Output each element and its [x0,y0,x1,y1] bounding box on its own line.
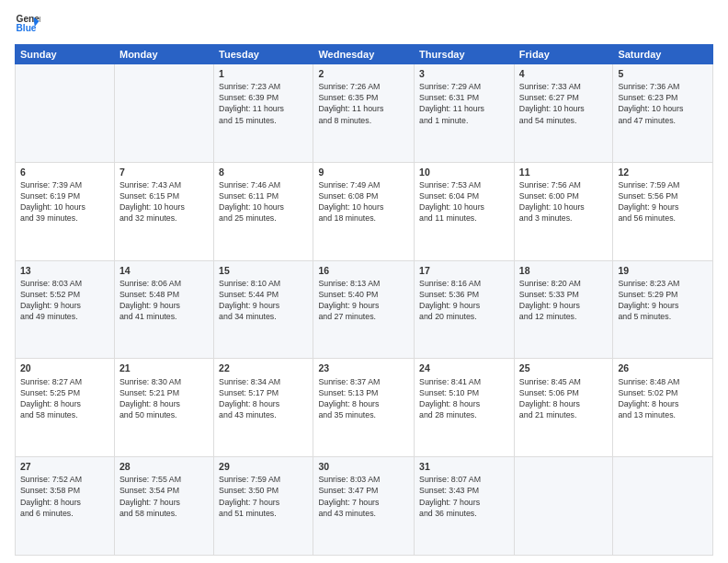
calendar-cell: 18Sunrise: 8:20 AM Sunset: 5:33 PM Dayli… [514,260,613,359]
calendar-cell: 31Sunrise: 8:07 AM Sunset: 3:43 PM Dayli… [415,457,515,556]
calendar-cell: 16Sunrise: 8:13 AM Sunset: 5:40 PM Dayli… [313,260,415,359]
calendar-cell: 10Sunrise: 7:53 AM Sunset: 6:04 PM Dayli… [415,162,515,260]
calendar-cell: 3Sunrise: 7:29 AM Sunset: 6:31 PM Daylig… [415,64,515,163]
weekday-header-friday: Friday [514,45,613,64]
day-number: 30 [318,460,409,473]
day-number: 29 [219,460,308,473]
day-number: 22 [219,362,308,374]
calendar-cell: 7Sunrise: 7:43 AM Sunset: 6:15 PM Daylig… [114,162,213,260]
day-number: 11 [519,166,609,178]
logo: General Blue [15,11,40,37]
calendar-week-4: 20Sunrise: 8:27 AM Sunset: 5:25 PM Dayli… [16,359,713,457]
day-number: 4 [519,67,609,80]
day-info: Sunrise: 8:06 AM Sunset: 5:48 PM Dayligh… [119,278,209,323]
calendar-cell: 30Sunrise: 8:03 AM Sunset: 3:47 PM Dayli… [313,457,415,556]
day-info: Sunrise: 8:10 AM Sunset: 5:44 PM Dayligh… [219,278,308,323]
calendar-cell: 17Sunrise: 8:16 AM Sunset: 5:36 PM Dayli… [415,260,515,359]
weekday-header-saturday: Saturday [613,45,713,64]
day-info: Sunrise: 7:43 AM Sunset: 6:15 PM Dayligh… [119,179,209,224]
day-info: Sunrise: 7:46 AM Sunset: 6:11 PM Dayligh… [219,179,308,224]
calendar-cell: 6Sunrise: 7:39 AM Sunset: 6:19 PM Daylig… [16,162,115,260]
day-number: 6 [20,166,109,178]
calendar-cell [114,64,213,163]
day-number: 9 [318,166,409,178]
calendar-cell [514,457,613,556]
day-number: 14 [119,264,209,277]
day-number: 7 [119,166,209,178]
day-number: 20 [20,362,109,374]
day-info: Sunrise: 8:03 AM Sunset: 5:52 PM Dayligh… [20,278,109,323]
day-info: Sunrise: 8:41 AM Sunset: 5:10 PM Dayligh… [419,376,509,421]
day-info: Sunrise: 8:23 AM Sunset: 5:29 PM Dayligh… [618,278,708,323]
calendar-cell: 13Sunrise: 8:03 AM Sunset: 5:52 PM Dayli… [16,260,115,359]
day-info: Sunrise: 8:45 AM Sunset: 5:06 PM Dayligh… [519,376,609,421]
day-number: 18 [519,264,609,277]
calendar-cell: 9Sunrise: 7:49 AM Sunset: 6:08 PM Daylig… [313,162,415,260]
page-header: General Blue [15,11,713,37]
calendar-cell: 29Sunrise: 7:59 AM Sunset: 3:50 PM Dayli… [214,457,313,556]
calendar-cell: 1Sunrise: 7:23 AM Sunset: 6:39 PM Daylig… [214,64,313,163]
day-number: 8 [219,166,308,178]
weekday-header-thursday: Thursday [415,45,515,64]
calendar-week-1: 1Sunrise: 7:23 AM Sunset: 6:39 PM Daylig… [16,64,713,163]
day-number: 10 [419,166,509,178]
day-number: 19 [618,264,708,277]
calendar-table: SundayMondayTuesdayWednesdayThursdayFrid… [15,44,713,556]
calendar-cell: 28Sunrise: 7:55 AM Sunset: 3:54 PM Dayli… [114,457,213,556]
day-info: Sunrise: 8:27 AM Sunset: 5:25 PM Dayligh… [20,376,109,421]
calendar-cell: 24Sunrise: 8:41 AM Sunset: 5:10 PM Dayli… [415,359,515,457]
calendar-week-3: 13Sunrise: 8:03 AM Sunset: 5:52 PM Dayli… [16,260,713,359]
calendar-cell: 20Sunrise: 8:27 AM Sunset: 5:25 PM Dayli… [16,359,115,457]
day-info: Sunrise: 8:13 AM Sunset: 5:40 PM Dayligh… [318,278,409,323]
day-info: Sunrise: 8:30 AM Sunset: 5:21 PM Dayligh… [119,376,209,421]
calendar-cell [613,457,713,556]
day-number: 17 [419,264,509,277]
day-info: Sunrise: 8:20 AM Sunset: 5:33 PM Dayligh… [519,278,609,323]
calendar-cell: 11Sunrise: 7:56 AM Sunset: 6:00 PM Dayli… [514,162,613,260]
weekday-header-sunday: Sunday [16,45,115,64]
calendar-cell: 2Sunrise: 7:26 AM Sunset: 6:35 PM Daylig… [313,64,415,163]
day-number: 1 [219,67,308,80]
day-number: 5 [618,67,708,80]
day-number: 31 [419,460,509,473]
calendar-week-2: 6Sunrise: 7:39 AM Sunset: 6:19 PM Daylig… [16,162,713,260]
calendar-cell: 21Sunrise: 8:30 AM Sunset: 5:21 PM Dayli… [114,359,213,457]
day-info: Sunrise: 8:16 AM Sunset: 5:36 PM Dayligh… [419,278,509,323]
day-info: Sunrise: 7:29 AM Sunset: 6:31 PM Dayligh… [419,81,509,126]
day-info: Sunrise: 8:07 AM Sunset: 3:43 PM Dayligh… [419,474,509,519]
day-info: Sunrise: 7:55 AM Sunset: 3:54 PM Dayligh… [119,474,209,519]
weekday-header-tuesday: Tuesday [214,45,313,64]
day-info: Sunrise: 7:59 AM Sunset: 3:50 PM Dayligh… [219,474,308,519]
day-info: Sunrise: 8:03 AM Sunset: 3:47 PM Dayligh… [318,474,409,519]
day-info: Sunrise: 8:34 AM Sunset: 5:17 PM Dayligh… [219,376,308,421]
day-info: Sunrise: 7:49 AM Sunset: 6:08 PM Dayligh… [318,179,409,224]
day-info: Sunrise: 8:37 AM Sunset: 5:13 PM Dayligh… [318,376,409,421]
calendar-cell: 25Sunrise: 8:45 AM Sunset: 5:06 PM Dayli… [514,359,613,457]
day-number: 15 [219,264,308,277]
calendar-cell: 5Sunrise: 7:36 AM Sunset: 6:23 PM Daylig… [613,64,713,163]
day-number: 28 [119,460,209,473]
day-number: 2 [318,67,409,80]
calendar-cell: 15Sunrise: 8:10 AM Sunset: 5:44 PM Dayli… [214,260,313,359]
calendar-cell: 26Sunrise: 8:48 AM Sunset: 5:02 PM Dayli… [613,359,713,457]
svg-text:Blue: Blue [17,23,37,33]
day-info: Sunrise: 7:56 AM Sunset: 6:00 PM Dayligh… [519,179,609,224]
day-number: 26 [618,362,708,374]
day-info: Sunrise: 7:23 AM Sunset: 6:39 PM Dayligh… [219,81,308,126]
day-number: 12 [618,166,708,178]
calendar-header: SundayMondayTuesdayWednesdayThursdayFrid… [16,45,713,64]
day-number: 13 [20,264,109,277]
day-number: 25 [519,362,609,374]
day-number: 21 [119,362,209,374]
day-info: Sunrise: 7:53 AM Sunset: 6:04 PM Dayligh… [419,179,509,224]
day-info: Sunrise: 7:36 AM Sunset: 6:23 PM Dayligh… [618,81,708,126]
calendar-cell: 8Sunrise: 7:46 AM Sunset: 6:11 PM Daylig… [214,162,313,260]
logo-icon: General Blue [15,11,40,37]
calendar-cell: 4Sunrise: 7:33 AM Sunset: 6:27 PM Daylig… [514,64,613,163]
calendar-cell: 14Sunrise: 8:06 AM Sunset: 5:48 PM Dayli… [114,260,213,359]
day-number: 24 [419,362,509,374]
day-number: 23 [318,362,409,374]
calendar-cell: 23Sunrise: 8:37 AM Sunset: 5:13 PM Dayli… [313,359,415,457]
weekday-header-monday: Monday [114,45,213,64]
day-number: 27 [20,460,109,473]
